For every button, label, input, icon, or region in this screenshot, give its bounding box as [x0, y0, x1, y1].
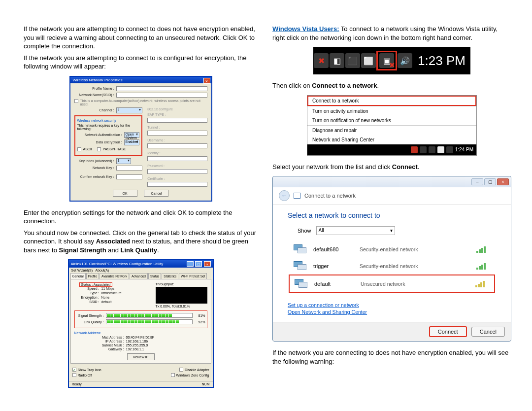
show-tray-checkbox[interactable]: ✓: [72, 368, 76, 372]
adhoc-checkbox[interactable]: [74, 99, 78, 103]
profile-input[interactable]: [116, 86, 207, 91]
radio-off-checkbox[interactable]: [72, 373, 76, 377]
cancel-button[interactable]: Cancel: [471, 327, 505, 337]
shield-x-icon[interactable]: ✖: [314, 53, 329, 68]
signal-strength-label: Signal Strength :: [76, 314, 106, 317]
ip-value: 192.168.1.106: [126, 340, 148, 343]
maximize-icon[interactable]: □: [195, 261, 202, 267]
network-row[interactable]: trigger Security-enabled network: [289, 258, 495, 274]
channel-select[interactable]: 1: [116, 107, 143, 113]
show-label: Show: [298, 228, 311, 234]
tab-profile[interactable]: Profile: [86, 273, 99, 279]
signal-strength-bar: [106, 313, 193, 318]
link-setup-connection[interactable]: Set up a connection or network: [288, 302, 496, 308]
zero-config-checkbox[interactable]: [171, 373, 175, 377]
cancel-button[interactable]: Cancel: [144, 190, 168, 197]
then-click-para: Then click on Connect to a network.: [272, 81, 511, 90]
tab-advanced[interactable]: Advanced: [130, 273, 148, 279]
menu-about[interactable]: About(A): [96, 269, 109, 272]
menu-setwizard[interactable]: Set Wizard(S): [71, 269, 93, 272]
show-tray-label: Show Tray Icon: [78, 368, 101, 372]
tray-gen-icon-2[interactable]: [429, 146, 435, 153]
link-quality-label: Link Quality :: [76, 320, 106, 324]
password-input[interactable]: [147, 169, 207, 174]
mac-value: 00:40:F4:F8:56:8F: [126, 336, 155, 339]
ssid-input[interactable]: [116, 93, 207, 98]
signal-icon: [476, 246, 490, 253]
network-row-selected[interactable]: default Unsecured network: [289, 274, 495, 293]
ascii-checkbox[interactable]: [77, 147, 81, 151]
tab-wps[interactable]: Wi-Fi Protect Set: [179, 273, 207, 279]
network-icon[interactable]: ▣✖: [379, 53, 394, 68]
close-icon[interactable]: ×: [203, 78, 210, 84]
tray-vol-icon[interactable]: [446, 146, 453, 153]
ok-button[interactable]: OK: [113, 190, 137, 197]
zero-config-label: Windows Zero Config: [176, 374, 209, 377]
connect-button[interactable]: Connect: [429, 326, 467, 337]
confkey-input[interactable]: [116, 174, 143, 179]
status-ready: Ready: [72, 382, 82, 386]
show-select[interactable]: All: [316, 226, 395, 235]
network-security: Security-enabled network: [360, 246, 469, 252]
close-icon[interactable]: ×: [204, 261, 211, 267]
identity-label: Identity :: [147, 151, 160, 155]
signal-strength-pct: 81%: [193, 314, 205, 317]
disable-adapter-checkbox[interactable]: [179, 368, 183, 372]
last-para: If the network you are connecting to doe…: [272, 348, 511, 366]
tunnel-input[interactable]: [147, 131, 207, 136]
tray-icon-1[interactable]: ◧: [330, 53, 344, 68]
tab-general[interactable]: General: [70, 273, 86, 279]
minimize-icon[interactable]: –: [471, 178, 483, 185]
vista-para: Windows Vista Users: To connect to a net…: [272, 25, 511, 42]
auth-select[interactable]: Open System: [124, 132, 140, 138]
link-sharing-center[interactable]: Open Network and Sharing Center: [288, 309, 496, 315]
minimize-icon[interactable]: _: [187, 261, 194, 267]
tray-gen-icon-1[interactable]: [420, 146, 427, 153]
back-icon[interactable]: ←: [279, 190, 290, 201]
left-para-3: Enter the encryption settings for the ne…: [24, 208, 258, 226]
network-icon: [294, 193, 300, 199]
menu-connect-network[interactable]: Connect to a network: [307, 96, 476, 106]
tab-available[interactable]: Available Network: [100, 273, 129, 279]
volume-icon[interactable]: 🔊: [398, 53, 412, 68]
identity-input[interactable]: [147, 156, 207, 161]
enc-select[interactable]: Enabled: [124, 139, 140, 145]
menu-notification[interactable]: Turn on notification of new networks: [307, 116, 476, 125]
menu-diagnose[interactable]: Diagnose and repair: [307, 125, 476, 135]
menu-activity-animation[interactable]: Turn on activity animation: [307, 106, 476, 116]
network-computers-icon: [295, 279, 307, 289]
netkey-input[interactable]: [116, 166, 143, 171]
tray-icon-2[interactable]: ⬛: [345, 53, 360, 68]
tab-statistics[interactable]: Statistics: [162, 273, 178, 279]
netkey-label: Network Key :: [74, 166, 116, 170]
ip-label: IP Address :: [74, 340, 126, 343]
network-row[interactable]: default680 Security-enabled network: [289, 241, 495, 258]
left-para-4: You should now be connected. Click on th…: [24, 229, 258, 255]
network-address-title: Network Address:: [74, 331, 207, 335]
renew-ip-button[interactable]: ReNew IP: [127, 353, 155, 360]
tray-x-icon[interactable]: [411, 146, 418, 153]
username-input[interactable]: [147, 143, 207, 148]
radio-off-label: Radio Off: [78, 374, 92, 377]
security-subtitle: This network requires a key for the foll…: [77, 124, 140, 131]
tray-icon-3[interactable]: ⬜: [361, 53, 376, 68]
eaptype-input[interactable]: [147, 118, 207, 123]
close-icon[interactable]: ×: [497, 178, 509, 185]
tray-net-icon[interactable]: [437, 146, 444, 153]
keyidx-select[interactable]: 1: [116, 158, 131, 164]
dialog-subhead: Select a network to connect to: [273, 205, 511, 224]
auth-label: Network Authentication :: [77, 133, 124, 137]
ssid-label: Network Name(SSID) :: [74, 93, 116, 97]
throughput-stats: Tx:0.00%, Total:0.01%: [156, 305, 207, 308]
menu-sharing-center[interactable]: Network and Sharing Center: [307, 135, 476, 144]
passphrase-checkbox[interactable]: [97, 147, 101, 151]
subnet-value: 255.255.255.0: [126, 343, 148, 347]
tab-status[interactable]: Status: [148, 273, 161, 279]
adhoc-label: This is a computer-to-computer(adhoc) ne…: [80, 99, 207, 106]
ascii-label: ASCII: [83, 147, 92, 151]
cert-input[interactable]: [147, 182, 207, 187]
username-label: Username :: [147, 138, 165, 142]
passphrase-label: PASSPHRASE: [103, 147, 126, 151]
maximize-icon[interactable]: ▢: [484, 178, 496, 185]
throughput-graph: [156, 287, 207, 304]
